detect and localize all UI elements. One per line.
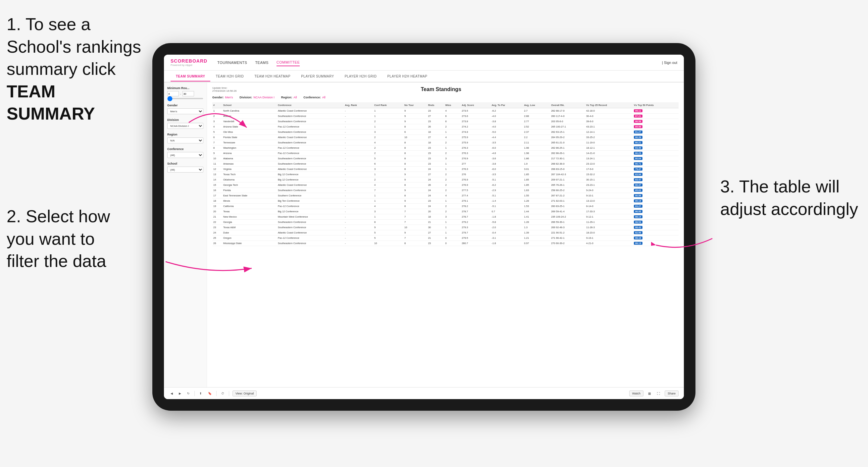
table-row: 25 Oregon Pac-12 Conference - 5 7 21 0 2… [212,236,679,241]
watch-button[interactable]: Watch [629,391,644,397]
filter-gender-select[interactable]: Men's [167,108,203,114]
tab-team-h2h-heatmap[interactable]: TEAM H2H HEATMAP [249,72,296,82]
filter-group-conference: Conference (All) [167,147,203,158]
table-row: 7 Tennessee Southeastern Conference - 4 … [212,140,679,146]
table-row: 17 East Tennessee State Southern Confere… [212,193,679,198]
tab-player-h2h-grid[interactable]: PLAYER H2H GRID [339,72,382,82]
filter-school-select[interactable]: (All) [167,166,203,173]
table-row: 4 Arizona State Pac-12 Conference - 1 8 … [212,124,679,129]
filter-group-division: Division NCAA Division I [167,118,203,129]
table-row: 3 Vanderbilt Southeastern Conference - 2… [212,119,679,124]
table-row: 18 Illinois Big Ten Conference - 1 9 23 … [212,198,679,204]
tab-team-summary[interactable]: TEAM SUMMARY [170,72,210,82]
logo-text: SCOREBOARD [170,58,207,64]
table-row: 23 Texas A&M Southeastern Conference - 9… [212,225,679,230]
col-overall: Overall RA. [550,102,585,108]
nav-teams[interactable]: TEAMS [255,59,268,66]
table-row: 22 Georgia Southeastern Conference - 8 7… [212,220,679,225]
conference-filter-pill: Conference: All [303,96,326,99]
col-conference: Conference [277,102,344,108]
toolbar-share2[interactable]: ⬆ [198,391,203,396]
toolbar-clock[interactable]: ⏱ [220,391,225,396]
filter-group-min-rounds: Minimum Rou... - [167,87,203,100]
gender-filter-pill: Gender: Men's [212,96,233,99]
sidebar-filters: Minimum Rou... - Gender Men's Division [164,83,207,387]
nav-committee[interactable]: COMMITTEE [277,59,300,66]
toolbar-reload[interactable]: ↻ [186,391,191,396]
share-button[interactable]: Share [665,391,679,397]
col-school: School [222,102,277,108]
instruction-3: 3. The table will adjust accordingly [720,176,858,220]
col-vs50-points: Vs Top 50 Points [633,102,679,108]
filter-conference-select[interactable]: (All) [167,152,203,158]
tab-player-h2h-heatmap[interactable]: PLAYER H2H HEATMAP [382,72,433,82]
table-row: 1 North Carolina Atlantic Coast Conferen… [212,108,679,114]
table-header-section: Update time: 27/03/2024 16:56:26 Team St… [212,87,679,92]
toolbar-grid[interactable]: ▦ [647,391,652,396]
table-row: 21 New Mexico Mountain West Conference -… [212,214,679,220]
table-area: Update time: 27/03/2024 16:56:26 Team St… [207,83,684,387]
table-row: 8 Washington Pac-12 Conference - 2 8 23 … [212,146,679,151]
tab-team-h2h-grid[interactable]: TEAM H2H GRID [210,72,249,82]
sub-nav: TEAM SUMMARY TEAM H2H GRID TEAM H2H HEAT… [164,70,684,83]
table-row: 12 Virginia Atlantic Coast Conference - … [212,166,679,172]
col-record: Vs Top 25 Record [585,102,633,108]
tab-player-summary[interactable]: PLAYER SUMMARY [296,72,339,82]
region-filter-pill: Region: All [281,96,297,99]
main-content: Minimum Rou... - Gender Men's Division [164,83,684,387]
tablet-frame: SCOREBOARD Powered by clippd TOURNAMENTS… [152,43,695,411]
filter-division-select[interactable]: NCAA Division I [167,123,203,129]
table-row: 16 Florida Southeastern Conference - 7 9… [212,188,679,193]
col-no-tour: No Tour [403,102,427,108]
app-header: SCOREBOARD Powered by clippd TOURNAMENTS… [164,55,684,70]
filter-group-school: School (All) [167,162,203,173]
update-time-label: Update time: [212,87,237,89]
table-row: 26 Mississippi State Southeastern Confer… [212,241,679,246]
standings-table: # School Conference Avg. Rank Conf Rank … [212,102,679,246]
update-time-block: Update time: 27/03/2024 16:56:26 [212,87,237,92]
view-original-button[interactable]: View: Original [232,391,257,397]
main-nav: TOURNAMENTS TEAMS COMMITTEE [217,59,662,66]
table-row: 10 Alabama Southeastern Conference - 5 8… [212,156,679,161]
table-row: 19 California Pac-12 Conference - 4 8 24… [212,204,679,209]
table-row: 15 Georgia Tech Atlantic Coast Conferenc… [212,183,679,188]
nav-tournaments[interactable]: TOURNAMENTS [217,59,247,66]
toolbar-back[interactable]: ◀ [169,391,174,396]
filter-min-rounds-slider[interactable] [167,98,203,99]
division-filter-pill: Division: NCAA Division I [240,96,275,99]
col-avg-rank: Avg. Rank [344,102,373,108]
col-wins: Wins [444,102,461,108]
filter-region-select[interactable]: N/A [167,137,203,144]
filter-gender-label: Gender [167,104,203,107]
tablet-screen: SCOREBOARD Powered by clippd TOURNAMENTS… [164,55,684,399]
toolbar-forward[interactable]: ▶ [178,391,183,396]
filter-summary-row: Gender: Men's Division: NCAA Division I … [212,96,679,99]
table-row: 9 Arizona Pac-12 Conference - 2 8 23 2 2… [212,151,679,156]
filter-group-gender: Gender Men's [167,104,203,114]
col-conf-rank: Conf Rank [373,102,403,108]
table-title: Team Standings [237,87,646,92]
table-row: 20 Texas Big 12 Conference - 3 7 20 2 27… [212,209,679,214]
filter-conference-label: Conference [167,147,203,151]
col-avg-low: Avg. Low [523,102,550,108]
filter-region-label: Region [167,133,203,136]
instruction-1: 1. To see a School's rankings summary cl… [7,13,146,125]
toolbar-resize[interactable]: ⛶ [656,391,661,396]
col-to-par: Avg. To Par [491,102,523,108]
col-rnds: Rnds [427,102,444,108]
logo-area: SCOREBOARD Powered by clippd [170,58,207,67]
table-row: 24 Duke Atlantic Coast Conference - 5 9 … [212,230,679,236]
table-row: 5 Ole Miss Southeastern Conference - 3 6… [212,129,679,135]
table-row: 2 Auburn Southeastern Conference - 1 9 2… [212,114,679,119]
bottom-toolbar: ◀ ▶ ↻ ⬆ 🔖 ⏱ View: Original Watch ▦ ⛶ Sha… [164,387,684,399]
col-rank: # [212,102,222,108]
filter-division-label: Division [167,118,203,122]
logo-sub: Powered by clippd [170,64,207,67]
sign-out-button[interactable]: | Sign out [662,61,677,65]
filter-group-region: Region N/A [167,133,203,144]
toolbar-bookmark[interactable]: 🔖 [207,391,213,396]
filter-school-label: School [167,162,203,165]
filter-min-rounds-label: Minimum Rou... [167,87,203,90]
table-row: 14 Oklahoma Big 12 Conference - 2 9 24 2… [212,177,679,183]
update-time-value: 27/03/2024 16:56:26 [212,89,237,92]
